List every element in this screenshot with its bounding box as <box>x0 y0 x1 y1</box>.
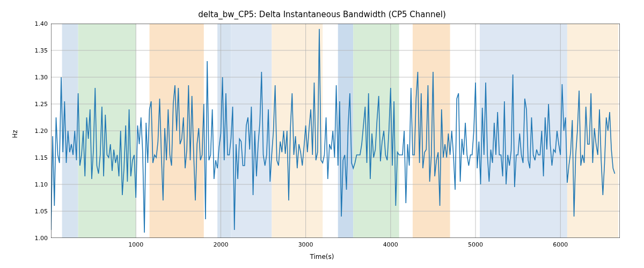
y-tick-label: 1.20 <box>35 128 48 135</box>
x-tick-label: 3000 <box>298 241 313 248</box>
y-tick-label: 1.35 <box>35 47 48 54</box>
chart-title: delta_bw_CP5: Delta Instantaneous Bandwi… <box>0 10 644 19</box>
axes: 100020003000400050006000 1.001.051.101.1… <box>51 24 620 238</box>
y-tick-label: 1.10 <box>35 181 48 188</box>
y-tick-label: 1.00 <box>35 235 48 242</box>
x-tick-label: 1000 <box>128 241 143 248</box>
x-axis-label: Time(s) <box>0 253 644 260</box>
y-axis-label: Hz <box>11 0 19 268</box>
figure: delta_bw_CP5: Delta Instantaneous Bandwi… <box>0 0 644 268</box>
y-tick-label: 1.30 <box>35 74 48 81</box>
y-tick-label: 1.05 <box>35 208 48 215</box>
x-tick-label: 5000 <box>468 241 483 248</box>
x-tick-label: 2000 <box>213 241 228 248</box>
y-tick-label: 1.15 <box>35 154 48 161</box>
y-tick-label: 1.25 <box>35 101 48 108</box>
y-tick-label: 1.40 <box>35 20 48 27</box>
x-tick-label: 6000 <box>553 241 568 248</box>
plot-svg <box>51 24 620 238</box>
x-tick-label: 4000 <box>383 241 398 248</box>
